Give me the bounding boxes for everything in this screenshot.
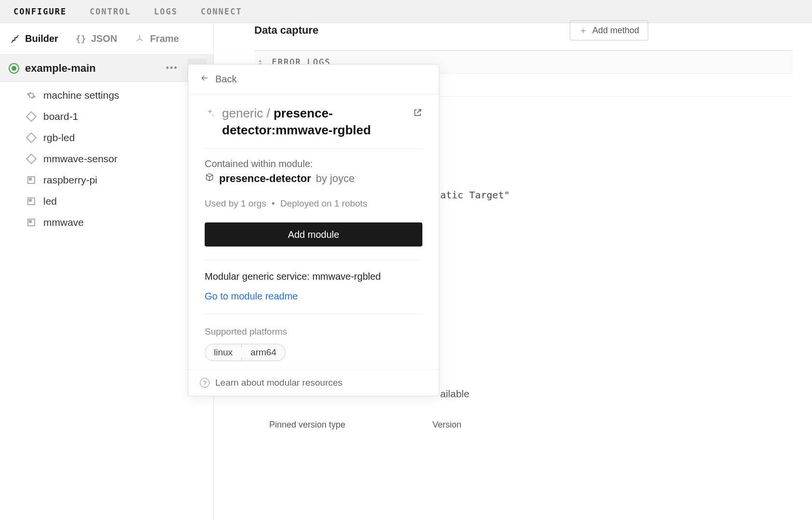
plus-icon: ＋ [579,25,588,36]
usage-stats: Used by 1 orgs • Deployed on 1 robots [205,198,422,209]
parent-module-author: joyce [330,172,354,184]
back-button[interactable]: Back [188,65,439,94]
machine-more-button[interactable]: ••• [162,59,182,78]
diamond-icon [26,132,37,143]
diamond-icon [26,154,37,164]
sidebar: Builder {} JSON Frame example-main ••• ＋ [0,23,214,520]
add-module-button[interactable]: Add module [205,222,422,247]
version-label: Version [432,420,461,430]
axes-icon [134,34,145,44]
sidebar-item-label: led [43,195,57,207]
contained-label: Contained within module: [205,158,422,169]
sidebar-item-machine-settings[interactable]: machine settings [0,85,213,106]
open-external-button[interactable] [413,108,422,120]
package-icon [205,172,214,185]
usage-orgs: Used by 1 orgs [205,198,266,208]
gear-icon [26,90,37,101]
learn-more-label: Learn about modular resources [215,377,342,388]
ellipsis-icon: ••• [166,63,178,73]
tab-json[interactable]: {} JSON [76,33,117,44]
tab-builder[interactable]: Builder [10,33,58,44]
status-live-icon [9,63,19,74]
sidebar-item-label: mmwave [43,217,84,228]
machine-header: example-main ••• ＋ [0,55,213,82]
pinned-version-label: Pinned version type [269,420,345,430]
tab-json-label: JSON [91,33,117,44]
sidebar-item-label: raspberry-pi [43,174,97,186]
help-icon: ? [200,378,210,388]
usage-robots: Deployed on 1 robots [280,198,367,208]
platforms-label: Supported platforms [205,326,422,337]
by-prefix: by [316,172,330,184]
code-fragment: atic Target" [440,189,510,201]
service-line: Modular generic service: mmwave-rgbled [205,271,422,282]
nav-control[interactable]: CONTROL [90,7,131,16]
sidebar-items: machine settings board-1 rgb-led mmwave-… [0,82,213,233]
learn-more-link[interactable]: ? Learn about modular resources [188,369,439,396]
bg-available-text: ailable [440,388,470,400]
module-popover: Back generic / presence-detector:mmwave-… [188,64,439,396]
sidebar-item-rgb-led[interactable]: rgb-led [0,127,213,148]
add-method-label: Add method [592,26,639,36]
sidebar-item-mmwave[interactable]: mmwave [0,212,213,233]
module-title: generic / presence-detector:mmwave-rgble… [222,105,406,139]
braces-icon: {} [76,34,86,44]
section-data-capture-title: Data capture [254,24,318,37]
machine-name[interactable]: example-main [25,62,157,75]
sparkle-icon [205,108,215,121]
wrench-icon [10,34,20,44]
readme-link[interactable]: Go to module readme [205,291,298,302]
sidebar-item-mmwave-sensor[interactable]: mmwave-sensor [0,148,213,169]
nav-connect[interactable]: CONNECT [201,7,242,16]
builder-tabs: Builder {} JSON Frame [0,23,213,55]
sidebar-item-led[interactable]: led [0,191,213,212]
platform-os-chip: linux [205,344,242,361]
nav-configure[interactable]: CONFIGURE [13,7,66,16]
module-icon [26,217,37,228]
platform-arch-chip: arm64 [242,344,286,361]
sidebar-item-label: rgb-led [43,132,75,143]
sidebar-item-label: mmwave-sensor [43,153,118,165]
nav-logs[interactable]: LOGS [154,7,178,16]
sidebar-item-label: machine settings [43,90,119,101]
add-method-button[interactable]: ＋ Add method [570,20,648,40]
module-title-prefix: generic / [222,106,274,120]
parent-module: presence-detector by joyce [205,172,422,185]
tab-frame-label: Frame [150,33,179,44]
parent-module-name: presence-detector [219,172,311,185]
back-label: Back [215,74,236,85]
tab-builder-label: Builder [25,33,58,44]
diamond-icon [26,111,37,122]
module-icon [26,196,37,207]
top-nav: CONFIGURE CONTROL LOGS CONNECT [0,0,812,23]
sidebar-item-label: board-1 [43,111,78,122]
tab-frame[interactable]: Frame [134,33,179,44]
platform-chips: linux arm64 [205,344,422,361]
sidebar-item-board-1[interactable]: board-1 [0,106,213,127]
arrow-left-icon [200,73,210,85]
module-icon [26,175,37,185]
sidebar-item-raspberry-pi[interactable]: raspberry-pi [0,169,213,191]
